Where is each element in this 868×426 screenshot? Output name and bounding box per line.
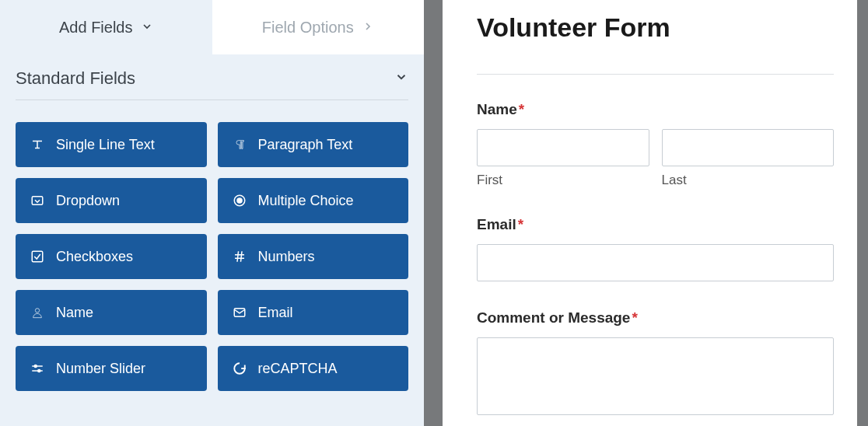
field-label: Checkboxes <box>56 249 133 265</box>
field-label: Numbers <box>258 249 315 265</box>
email-input[interactable] <box>477 244 834 281</box>
svg-point-13 <box>38 370 40 372</box>
tab-field-options[interactable]: Field Options <box>212 0 425 54</box>
envelope-icon <box>232 305 247 320</box>
field-number-slider[interactable]: Number Slider <box>16 346 207 391</box>
form-divider <box>477 74 834 75</box>
checkbox-icon <box>30 249 45 264</box>
svg-point-8 <box>35 309 39 313</box>
radio-icon <box>232 193 247 208</box>
tab-add-fields-label: Add Fields <box>59 19 133 37</box>
panel-divider <box>424 0 443 426</box>
field-buttons-grid: Single Line Text Paragraph Text Dropdown… <box>0 100 424 407</box>
first-name-col: First <box>477 129 649 188</box>
sliders-icon <box>30 361 45 376</box>
field-label: Single Line Text <box>56 137 155 153</box>
email-wrap: Email* <box>477 216 834 281</box>
field-email[interactable]: Email <box>218 290 409 335</box>
name-label: Name* <box>477 101 834 118</box>
svg-line-6 <box>237 251 239 262</box>
chevron-right-icon <box>362 19 374 37</box>
email-label: Email* <box>477 216 834 233</box>
paragraph-icon <box>232 137 247 152</box>
comment-label-text: Comment or Message <box>477 309 630 326</box>
svg-point-2 <box>237 198 242 203</box>
svg-rect-0 <box>32 197 43 205</box>
comment-textarea[interactable] <box>477 337 834 415</box>
field-label: Number Slider <box>56 361 145 377</box>
field-label: Name <box>56 305 93 321</box>
chevron-down-icon <box>141 19 153 37</box>
left-panel: Add Fields Field Options Standard Fields <box>0 0 424 426</box>
field-dropdown[interactable]: Dropdown <box>16 178 207 223</box>
field-paragraph-text[interactable]: Paragraph Text <box>218 122 409 167</box>
field-numbers[interactable]: Numbers <box>218 234 409 279</box>
text-cursor-icon <box>30 137 45 152</box>
last-name-col: Last <box>662 129 835 188</box>
field-label: Multiple Choice <box>258 193 354 209</box>
hash-icon <box>232 249 247 264</box>
name-row: First Last <box>477 129 834 188</box>
section-title: Standard Fields <box>16 68 135 89</box>
field-label: Dropdown <box>56 193 120 209</box>
standard-fields-section: Standard Fields <box>0 54 424 100</box>
field-name[interactable]: Name <box>16 290 207 335</box>
first-sublabel: First <box>477 173 649 188</box>
svg-point-11 <box>34 365 37 368</box>
tab-add-fields[interactable]: Add Fields <box>0 0 212 54</box>
last-sublabel: Last <box>662 173 835 188</box>
chevron-down-icon <box>394 70 408 87</box>
last-name-input[interactable] <box>662 129 835 166</box>
required-asterisk: * <box>518 216 523 232</box>
required-asterisk: * <box>519 101 524 117</box>
section-header[interactable]: Standard Fields <box>16 68 408 100</box>
field-label: Email <box>258 305 293 321</box>
comment-wrap: Comment or Message* <box>477 309 834 418</box>
field-recaptcha[interactable]: reCAPTCHA <box>218 346 409 391</box>
field-label: reCAPTCHA <box>258 361 338 377</box>
field-checkboxes[interactable]: Checkboxes <box>16 234 207 279</box>
first-name-input[interactable] <box>477 129 649 166</box>
field-single-line-text[interactable]: Single Line Text <box>16 122 207 167</box>
svg-rect-3 <box>32 251 43 262</box>
user-icon <box>30 305 45 320</box>
name-label-text: Name <box>477 101 517 117</box>
comment-label: Comment or Message* <box>477 309 834 326</box>
svg-line-7 <box>240 251 242 262</box>
required-asterisk: * <box>632 309 637 326</box>
field-multiple-choice[interactable]: Multiple Choice <box>218 178 409 223</box>
field-label: Paragraph Text <box>258 137 353 153</box>
dropdown-icon <box>30 193 45 208</box>
email-label-text: Email <box>477 216 516 232</box>
app-root: Add Fields Field Options Standard Fields <box>0 0 868 426</box>
form-title: Volunteer Form <box>477 12 834 43</box>
form-preview-panel: Volunteer Form Name* First Last Email* C… <box>443 0 868 426</box>
recaptcha-icon <box>232 361 247 376</box>
tab-field-options-label: Field Options <box>262 19 354 37</box>
panel-tabs: Add Fields Field Options <box>0 0 424 54</box>
